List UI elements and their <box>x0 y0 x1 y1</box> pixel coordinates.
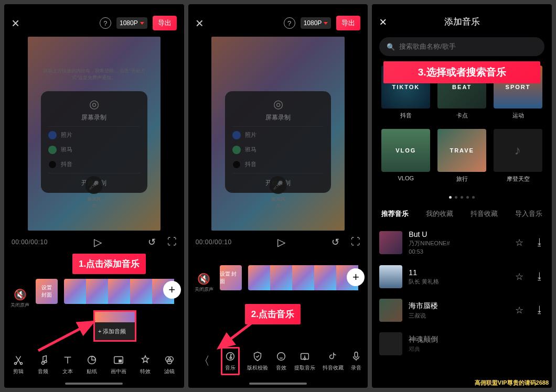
home-indicator <box>65 383 123 385</box>
svg-point-3 <box>45 361 47 363</box>
category-card-modern-sky[interactable]: ♪摩登天空 <box>494 129 542 183</box>
export-button[interactable]: 导出 <box>336 16 360 30</box>
favorite-icon[interactable]: ☆ <box>515 304 523 316</box>
play-icon[interactable]: ▷ <box>94 236 102 248</box>
editor-topbar: × ? 1080P 导出 <box>188 4 368 37</box>
song-name: 11 <box>409 268 509 277</box>
close-icon[interactable]: × <box>196 15 204 31</box>
song-name: 海市蜃楼 <box>409 301 509 311</box>
sheet-row-douyin[interactable]: 抖音 <box>232 157 324 172</box>
song-cover <box>379 265 402 288</box>
mute-original-audio[interactable]: 🔇关闭原声 <box>10 288 29 309</box>
download-icon[interactable]: ⭳ <box>535 237 544 248</box>
search-icon: 🔍 <box>387 43 395 51</box>
mute-original-audio[interactable]: 🔇关闭原声 <box>195 273 213 293</box>
song-duration: 00:53 <box>409 248 509 255</box>
screenshot-step-2: × ? 1080P 导出 ◎ 屏幕录制 照片 班马 抖音 开始录制 🎤 麦克风 … <box>188 4 368 388</box>
callout-step-1: 1.点击添加音乐 <box>72 254 146 274</box>
tool-copyright[interactable]: 版权校验 <box>247 351 268 372</box>
video-preview: ◎ 屏幕录制 照片 班马 抖音 开始录制 🎤 麦克风 关 <box>211 37 345 231</box>
category-card-vlog[interactable]: VLOGVLOG <box>381 129 430 183</box>
song-row[interactable]: But U 乃万NINEONE# 00:53 ☆⭳ <box>379 225 544 260</box>
help-icon[interactable]: ? <box>100 17 111 29</box>
music-header: × 添加音乐 <box>372 4 552 33</box>
tool-fx[interactable]: 特效 <box>140 354 151 375</box>
tool-dy-fav[interactable]: 抖音收藏 <box>323 351 344 372</box>
time-display: 00:00/00:10 <box>196 238 232 246</box>
tab-douyin-favorites[interactable]: 抖音收藏 <box>471 209 498 219</box>
download-icon[interactable]: ⭳ <box>535 304 544 316</box>
tool-filter[interactable]: 滤镜 <box>164 354 175 375</box>
tool-pip[interactable]: 画中画 <box>111 354 126 375</box>
song-list: But U 乃万NINEONE# 00:53 ☆⭳ 11 队长 黄礼格 ☆⭳ 海… <box>372 223 552 363</box>
song-row[interactable]: 11 队长 黄礼格 ☆⭳ <box>379 260 544 293</box>
help-icon[interactable]: ? <box>284 17 295 29</box>
song-name: 神魂颠倒 <box>409 335 544 344</box>
playback-bar: 00:00/00:10 ▷ ↺ ⛶ <box>4 231 184 254</box>
song-row[interactable]: 神魂颠倒 邓典 <box>379 327 544 361</box>
tool-extract[interactable]: 提取音乐 <box>294 351 315 372</box>
fullscreen-icon[interactable]: ⛶ <box>351 236 360 248</box>
tool-record[interactable]: 录音 <box>350 351 362 372</box>
search-input[interactable]: 🔍 搜索歌曲名称/歌手 <box>379 37 544 56</box>
sheet-title: 屏幕录制 <box>48 113 140 122</box>
tool-sfx[interactable]: 音效 <box>275 351 287 372</box>
song-artist: 队长 黄礼格 <box>409 278 509 286</box>
close-icon[interactable]: × <box>12 15 19 31</box>
sheet-row-photo[interactable]: 照片 <box>48 128 140 143</box>
sheet-row-photo[interactable]: 照片 <box>232 128 324 143</box>
screenshot-step-3: × 添加音乐 🔍 搜索歌曲名称/歌手 3.选择或者搜索音乐 TIKTOK抖音 B… <box>372 4 552 388</box>
tab-recommended[interactable]: 推荐音乐 <box>381 209 409 219</box>
download-icon[interactable]: ⭳ <box>535 271 544 282</box>
editor-toolbar: 剪辑 音频 文本 贴纸 画中画 特效 滤镜 <box>4 351 184 378</box>
tool-audio[interactable]: 音频 <box>37 354 49 375</box>
home-indicator <box>249 383 307 385</box>
playback-bar: 00:00/00:10 ▷ ↺ ⛶ <box>188 231 368 254</box>
sheet-row-bema[interactable]: 班马 <box>48 143 140 157</box>
editor-topbar: × ? 1080P 导出 <box>4 4 184 37</box>
song-artist: 邓典 <box>409 345 544 353</box>
tab-import[interactable]: 导入音乐 <box>515 209 542 219</box>
export-button[interactable]: 导出 <box>153 16 177 30</box>
sheet-row-bema[interactable]: 班马 <box>232 143 324 157</box>
svg-point-2 <box>20 362 23 364</box>
add-clip-button[interactable]: + <box>163 281 181 299</box>
music-tabs: 推荐音乐 我的收藏 抖音收藏 导入音乐 <box>372 203 552 223</box>
mic-icon[interactable]: 🎤 <box>269 176 287 194</box>
song-cover <box>379 299 402 322</box>
category-card-travel[interactable]: TRAVE旅行 <box>437 129 486 183</box>
undo-icon[interactable]: ↺ <box>332 236 339 248</box>
time-display: 00:00/00:10 <box>12 238 48 246</box>
broadcast-icon: ◎ <box>48 97 140 111</box>
page-title: 添加音乐 <box>444 16 480 28</box>
song-artist: 乃万NINEONE# <box>409 239 509 247</box>
sheet-row-douyin[interactable]: 抖音 <box>48 157 140 172</box>
watermark-text: 高佣联盟VIP尊贵的请码2688 <box>475 379 549 387</box>
tool-sticker[interactable]: 贴纸 <box>86 354 98 375</box>
screenshot-step-1: × ? 1080P 导出 屏幕上方快速的内控有，我希望能… 点击"开始方式"这是… <box>4 4 184 388</box>
mic-icon[interactable]: 🎤 <box>85 176 103 194</box>
fullscreen-icon[interactable]: ⛶ <box>167 236 177 248</box>
song-artist: 三叔说 <box>409 312 509 320</box>
undo-icon[interactable]: ↺ <box>148 236 156 248</box>
tool-text[interactable]: 文本 <box>62 354 73 375</box>
carousel-dots[interactable] <box>372 187 552 203</box>
broadcast-icon: ◎ <box>232 97 324 111</box>
set-cover-chip[interactable]: 设置 封面 <box>220 265 242 290</box>
favorite-icon[interactable]: ☆ <box>515 271 523 282</box>
song-cover <box>379 231 402 254</box>
favorite-icon[interactable]: ☆ <box>515 237 523 248</box>
svg-point-1 <box>15 362 17 364</box>
resolution-picker[interactable]: 1080P <box>116 17 147 29</box>
callout-step-3: 3.选择或者搜索音乐 <box>383 61 540 83</box>
resolution-picker[interactable]: 1080P <box>301 17 332 29</box>
play-icon[interactable]: ▷ <box>277 236 285 248</box>
tab-my-favorites[interactable]: 我的收藏 <box>426 209 453 219</box>
preview-hint-text: 屏幕上方快速的内控有，我希望能… 点击"开始方式"这是免费声通知。 <box>41 68 147 81</box>
back-icon[interactable]: 〈 <box>194 353 214 369</box>
svg-line-10 <box>219 323 251 348</box>
song-row[interactable]: 海市蜃楼 三叔说 ☆⭳ <box>379 293 544 327</box>
set-cover-chip[interactable]: 设置 封面 <box>36 279 58 304</box>
close-icon[interactable]: × <box>379 15 387 29</box>
tool-cut[interactable]: 剪辑 <box>13 354 24 375</box>
